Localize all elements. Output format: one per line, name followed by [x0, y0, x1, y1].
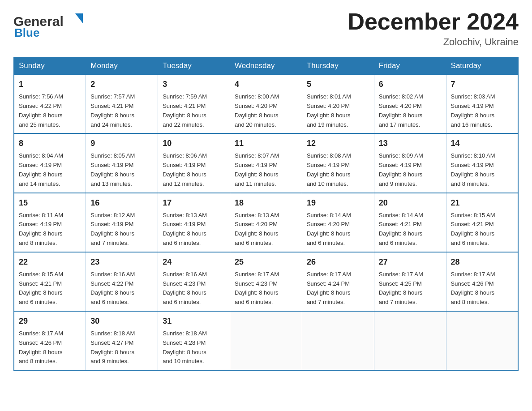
col-header-saturday: Saturday [446, 57, 518, 74]
col-header-friday: Friday [374, 57, 446, 74]
day-info: Sunrise: 8:14 AMSunset: 4:21 PMDaylight:… [379, 212, 423, 246]
day-cell: 9Sunrise: 8:05 AMSunset: 4:19 PMDaylight… [86, 133, 158, 193]
day-number: 16 [90, 197, 153, 209]
day-info: Sunrise: 8:18 AMSunset: 4:28 PMDaylight:… [163, 330, 207, 364]
day-number: 5 [307, 78, 369, 90]
day-cell: 6Sunrise: 8:02 AMSunset: 4:20 PMDaylight… [374, 74, 446, 133]
day-number: 23 [90, 256, 153, 268]
day-info: Sunrise: 8:17 AMSunset: 4:24 PMDaylight:… [307, 271, 351, 305]
day-cell: 8Sunrise: 8:04 AMSunset: 4:19 PMDaylight… [14, 133, 86, 193]
day-number: 1 [19, 78, 81, 90]
day-info: Sunrise: 8:05 AMSunset: 4:19 PMDaylight:… [90, 152, 135, 187]
day-cell: 2Sunrise: 7:57 AMSunset: 4:21 PMDaylight… [86, 74, 158, 133]
day-cell: 18Sunrise: 8:13 AMSunset: 4:20 PMDayligh… [230, 193, 302, 252]
day-cell: 16Sunrise: 8:12 AMSunset: 4:19 PMDayligh… [86, 193, 158, 252]
day-info: Sunrise: 8:13 AMSunset: 4:20 PMDaylight:… [235, 212, 279, 246]
day-number: 18 [235, 197, 297, 209]
day-number: 11 [235, 137, 297, 150]
day-number: 30 [90, 315, 153, 327]
day-info: Sunrise: 7:56 AMSunset: 4:22 PMDaylight:… [19, 93, 63, 128]
day-number: 17 [163, 197, 225, 209]
day-number: 24 [163, 256, 225, 268]
day-cell: 29Sunrise: 8:17 AMSunset: 4:26 PMDayligh… [14, 311, 86, 370]
week-row-5: 29Sunrise: 8:17 AMSunset: 4:26 PMDayligh… [14, 311, 518, 370]
day-cell: 31Sunrise: 8:18 AMSunset: 4:28 PMDayligh… [158, 311, 230, 370]
day-number: 15 [19, 197, 81, 209]
page-header: General Blue December 2024 Zolochiv, Ukr… [13, 9, 519, 48]
day-number: 19 [307, 197, 369, 209]
col-header-thursday: Thursday [302, 57, 374, 74]
day-info: Sunrise: 8:11 AMSunset: 4:19 PMDaylight:… [19, 212, 63, 246]
day-number: 21 [451, 197, 513, 209]
day-info: Sunrise: 8:17 AMSunset: 4:23 PMDaylight:… [235, 271, 279, 305]
day-cell: 12Sunrise: 8:08 AMSunset: 4:19 PMDayligh… [302, 133, 374, 193]
month-title: December 2024 [348, 9, 519, 34]
day-cell: 3Sunrise: 7:59 AMSunset: 4:21 PMDaylight… [158, 74, 230, 133]
day-cell: 20Sunrise: 8:14 AMSunset: 4:21 PMDayligh… [374, 193, 446, 252]
day-info: Sunrise: 8:12 AMSunset: 4:19 PMDaylight:… [90, 212, 135, 246]
week-row-3: 15Sunrise: 8:11 AMSunset: 4:19 PMDayligh… [14, 193, 518, 252]
day-cell: 28Sunrise: 8:17 AMSunset: 4:26 PMDayligh… [446, 252, 518, 311]
col-header-monday: Monday [86, 57, 158, 74]
day-number: 2 [90, 78, 153, 90]
day-info: Sunrise: 8:03 AMSunset: 4:19 PMDaylight:… [451, 93, 495, 128]
title-section: December 2024 Zolochiv, Ukraine [348, 9, 519, 48]
day-info: Sunrise: 8:06 AMSunset: 4:19 PMDaylight:… [163, 152, 207, 187]
day-number: 12 [307, 137, 369, 150]
day-info: Sunrise: 8:02 AMSunset: 4:20 PMDaylight:… [379, 93, 423, 128]
day-cell: 10Sunrise: 8:06 AMSunset: 4:19 PMDayligh… [158, 133, 230, 193]
logo-svg: General Blue [13, 9, 85, 40]
day-info: Sunrise: 7:57 AMSunset: 4:21 PMDaylight:… [90, 93, 135, 128]
day-info: Sunrise: 8:10 AMSunset: 4:19 PMDaylight:… [451, 152, 495, 187]
day-cell: 7Sunrise: 8:03 AMSunset: 4:19 PMDaylight… [446, 74, 518, 133]
day-cell: 23Sunrise: 8:16 AMSunset: 4:22 PMDayligh… [86, 252, 158, 311]
day-cell: 21Sunrise: 8:15 AMSunset: 4:21 PMDayligh… [446, 193, 518, 252]
day-cell [374, 311, 446, 370]
day-info: Sunrise: 8:18 AMSunset: 4:27 PMDaylight:… [90, 330, 135, 364]
day-number: 13 [379, 137, 442, 150]
day-cell: 4Sunrise: 8:00 AMSunset: 4:20 PMDaylight… [230, 74, 302, 133]
day-info: Sunrise: 8:01 AMSunset: 4:20 PMDaylight:… [307, 93, 351, 128]
day-number: 7 [451, 78, 513, 90]
day-info: Sunrise: 8:13 AMSunset: 4:19 PMDaylight:… [163, 212, 207, 246]
day-cell: 17Sunrise: 8:13 AMSunset: 4:19 PMDayligh… [158, 193, 230, 252]
location: Zolochiv, Ukraine [348, 36, 519, 48]
week-row-2: 8Sunrise: 8:04 AMSunset: 4:19 PMDaylight… [14, 133, 518, 193]
day-cell: 1Sunrise: 7:56 AMSunset: 4:22 PMDaylight… [14, 74, 86, 133]
day-info: Sunrise: 8:16 AMSunset: 4:23 PMDaylight:… [163, 271, 207, 305]
calendar-table: SundayMondayTuesdayWednesdayThursdayFrid… [13, 57, 519, 371]
day-cell: 22Sunrise: 8:15 AMSunset: 4:21 PMDayligh… [14, 252, 86, 311]
week-row-4: 22Sunrise: 8:15 AMSunset: 4:21 PMDayligh… [14, 252, 518, 311]
week-row-1: 1Sunrise: 7:56 AMSunset: 4:22 PMDaylight… [14, 74, 518, 133]
day-number: 31 [163, 315, 225, 327]
day-info: Sunrise: 8:17 AMSunset: 4:25 PMDaylight:… [379, 271, 423, 305]
day-cell: 26Sunrise: 8:17 AMSunset: 4:24 PMDayligh… [302, 252, 374, 311]
day-cell: 14Sunrise: 8:10 AMSunset: 4:19 PMDayligh… [446, 133, 518, 193]
svg-marker-1 [75, 13, 83, 23]
day-number: 26 [307, 256, 369, 268]
day-number: 22 [19, 256, 81, 268]
day-info: Sunrise: 8:14 AMSunset: 4:20 PMDaylight:… [307, 212, 351, 246]
day-cell [230, 311, 302, 370]
day-cell [302, 311, 374, 370]
day-cell: 24Sunrise: 8:16 AMSunset: 4:23 PMDayligh… [158, 252, 230, 311]
col-header-tuesday: Tuesday [158, 57, 230, 74]
day-info: Sunrise: 8:08 AMSunset: 4:19 PMDaylight:… [307, 152, 351, 187]
svg-text:Blue: Blue [14, 26, 39, 39]
day-number: 4 [235, 78, 297, 90]
col-header-sunday: Sunday [14, 57, 86, 74]
logo: General Blue [13, 9, 85, 42]
day-number: 29 [19, 315, 81, 327]
day-cell: 13Sunrise: 8:09 AMSunset: 4:19 PMDayligh… [374, 133, 446, 193]
day-info: Sunrise: 8:17 AMSunset: 4:26 PMDaylight:… [19, 330, 63, 364]
day-info: Sunrise: 8:07 AMSunset: 4:19 PMDaylight:… [235, 152, 279, 187]
day-number: 10 [163, 137, 225, 150]
day-number: 8 [19, 137, 81, 150]
day-info: Sunrise: 8:00 AMSunset: 4:20 PMDaylight:… [235, 93, 279, 128]
day-info: Sunrise: 8:04 AMSunset: 4:19 PMDaylight:… [19, 152, 63, 187]
day-info: Sunrise: 7:59 AMSunset: 4:21 PMDaylight:… [163, 93, 207, 128]
day-info: Sunrise: 8:17 AMSunset: 4:26 PMDaylight:… [451, 271, 495, 305]
day-cell [446, 311, 518, 370]
day-cell: 19Sunrise: 8:14 AMSunset: 4:20 PMDayligh… [302, 193, 374, 252]
day-info: Sunrise: 8:15 AMSunset: 4:21 PMDaylight:… [451, 212, 495, 246]
